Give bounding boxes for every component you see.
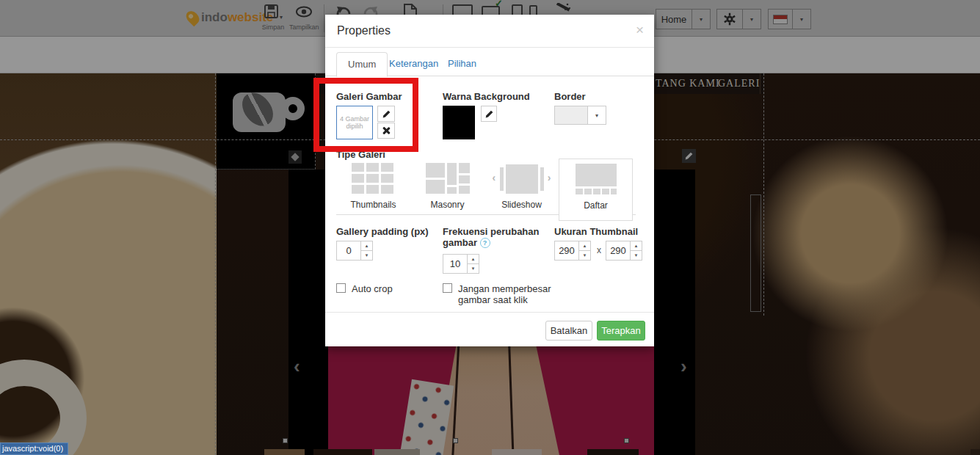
- ukuran-thumbnail-label: Ukuran Thumbnail: [554, 226, 638, 237]
- apply-button[interactable]: Terapkan: [597, 321, 645, 341]
- step-up-icon[interactable]: ▲: [578, 241, 591, 251]
- step-down-icon[interactable]: ▼: [578, 250, 591, 261]
- step-up-icon[interactable]: ▲: [467, 254, 479, 264]
- thumbnails-icon: [352, 163, 396, 195]
- gallery-type-daftar[interactable]: Daftar: [559, 159, 633, 221]
- chevron-left-icon: ‹: [493, 172, 496, 183]
- status-bar: javascript:void(0): [0, 443, 68, 455]
- auto-crop-checkbox[interactable]: [336, 283, 346, 293]
- gallery-padding-input[interactable]: [336, 241, 361, 261]
- frekuensi-label: Frekuensi perubahan gambar ?: [443, 226, 545, 248]
- dialog-footer: Batalkan Terapkan: [325, 312, 654, 346]
- warna-background-label: Warna Background: [443, 91, 530, 102]
- step-down-icon[interactable]: ▼: [360, 250, 373, 261]
- frekuensi-input[interactable]: [443, 254, 468, 274]
- annotation-highlight-rectangle: [313, 78, 418, 152]
- slideshow-icon: ‹ ›: [500, 163, 544, 195]
- step-down-icon[interactable]: ▼: [630, 250, 642, 261]
- masonry-icon: [426, 163, 470, 195]
- dimension-separator: x: [597, 245, 601, 255]
- chevron-right-icon: ›: [548, 172, 551, 183]
- editor-stage: indowebsite ▾ Simpan Tampilkan ▾ ✓ H: [0, 0, 980, 455]
- thumbnail-height-input[interactable]: [606, 241, 631, 261]
- dialog-header: Properties ×: [325, 15, 654, 48]
- border-dropdown-button[interactable]: ▾: [587, 106, 606, 125]
- chevron-down-icon: ▾: [595, 112, 598, 119]
- thumbnail-width-stepper: ▲▼: [554, 241, 591, 261]
- step-down-icon[interactable]: ▼: [467, 263, 479, 274]
- auto-crop-label: Auto crop: [352, 283, 393, 294]
- properties-dialog: Properties × Umum Keterangan Pilihan Gal…: [325, 15, 654, 346]
- no-enlarge-label: Jangan memperbesar gambar saat klik: [458, 283, 568, 305]
- gallery-padding-stepper: ▲▼: [336, 241, 373, 261]
- cancel-button[interactable]: Batalkan: [545, 321, 592, 341]
- thumbnail-height-stepper: ▲▼: [606, 241, 642, 261]
- gallery-type-masonry[interactable]: Masonry: [410, 159, 484, 214]
- border-label: Border: [554, 91, 586, 102]
- gallery-type-selector: Thumbnails Masonry ‹ › Slideshow: [336, 159, 636, 215]
- dialog-tabs: Umum Keterangan Pilihan: [325, 48, 654, 76]
- no-enlarge-checkbox[interactable]: [443, 283, 452, 293]
- tab-pilihan[interactable]: Pilihan: [437, 52, 487, 77]
- step-up-icon[interactable]: ▲: [360, 241, 373, 251]
- background-color-swatch[interactable]: [443, 106, 475, 139]
- gallery-padding-label: Gallery padding (px): [336, 226, 429, 237]
- background-color-edit-button[interactable]: [481, 106, 497, 122]
- gallery-type-thumbnails[interactable]: Thumbnails: [336, 159, 410, 214]
- step-up-icon[interactable]: ▲: [630, 241, 642, 251]
- gallery-type-slideshow[interactable]: ‹ › Slideshow: [484, 159, 559, 214]
- daftar-icon: [574, 164, 618, 196]
- thumbnail-width-input[interactable]: [554, 241, 579, 261]
- dialog-title: Properties: [337, 24, 391, 37]
- pencil-icon: [484, 109, 494, 119]
- close-icon[interactable]: ×: [636, 22, 644, 38]
- border-input[interactable]: [554, 106, 588, 125]
- frekuensi-stepper: ▲▼: [443, 254, 479, 274]
- help-circle-icon[interactable]: ?: [480, 238, 490, 248]
